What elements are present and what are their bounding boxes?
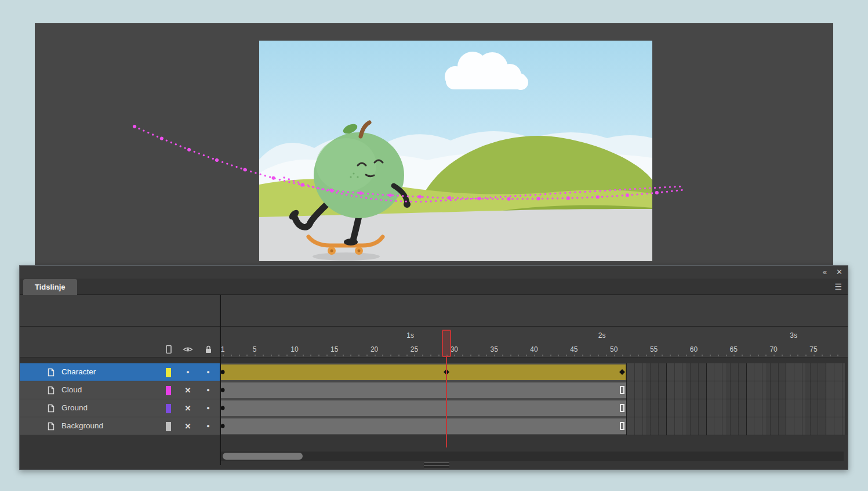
ruler-frame-label: 55	[650, 345, 658, 353]
layer-lock-toggle[interactable]: ●	[201, 363, 215, 381]
frames-row[interactable]	[220, 381, 626, 399]
ruler-tick	[726, 355, 727, 356]
keyframe-marker[interactable]	[620, 422, 624, 430]
ruler-tick	[805, 355, 807, 356]
layer-row-ground[interactable]: Ground ✕ ●	[20, 399, 220, 417]
ruler-tick	[470, 355, 471, 356]
ruler-tick	[670, 355, 671, 356]
stage-canvas[interactable]	[259, 41, 652, 261]
layer-row-character[interactable]: Character ● ●	[20, 363, 220, 381]
layer-name: Cloud	[61, 385, 82, 394]
ruler-tick	[318, 355, 319, 356]
eye-icon[interactable]	[183, 345, 193, 356]
keyframe-marker[interactable]	[221, 424, 225, 428]
ruler-tick	[638, 355, 639, 356]
ruler-tick	[398, 355, 400, 356]
playhead-line[interactable]	[446, 357, 447, 447]
tween-span[interactable]	[219, 364, 626, 380]
frame-span[interactable]	[219, 400, 626, 416]
keyframe-marker[interactable]	[620, 404, 624, 412]
lock-icon[interactable]	[204, 345, 213, 356]
keyframe-marker[interactable]	[221, 370, 225, 374]
ruler-tick	[486, 355, 487, 356]
ruler-tick	[598, 355, 599, 356]
layer-outline-swatch[interactable]	[166, 404, 171, 413]
empty-frames-grid[interactable]	[626, 363, 845, 435]
ruler-tick	[358, 355, 359, 356]
ruler-second-label: 2s	[598, 331, 606, 340]
ruler-tick	[382, 355, 383, 356]
resize-grip[interactable]	[424, 462, 449, 468]
panel-tab-row: Tidslinje ☰	[20, 279, 848, 295]
layer-outline-swatch[interactable]	[166, 386, 171, 395]
panel-divider[interactable]	[220, 295, 221, 465]
ruler-tick	[366, 355, 368, 356]
timeline-toolbar: 29 1.2 s 24.00 fps	[20, 295, 848, 327]
timeline-panel: « ✕ Tidslinje ☰ 29 1.2 s 24.00 fps	[19, 265, 848, 470]
ruler-tick	[246, 355, 248, 356]
ruler-tick	[733, 355, 735, 356]
collapse-panel-icon[interactable]: «	[823, 267, 827, 277]
keyframe-marker[interactable]	[221, 388, 225, 392]
layer-row-background[interactable]: Background ✕ ●	[20, 417, 220, 435]
frame-span[interactable]	[219, 382, 626, 398]
layer-outline-swatch[interactable]	[166, 368, 171, 377]
ruler-second-label: 3s	[790, 331, 797, 340]
ruler-tick	[797, 355, 798, 356]
layer-lock-toggle[interactable]: ●	[201, 381, 215, 399]
ruler-frame-label: 75	[809, 345, 817, 353]
layer-type-icon	[47, 386, 55, 396]
ruler-tick	[350, 355, 351, 356]
close-panel-icon[interactable]: ✕	[836, 267, 842, 277]
ruler-tick	[582, 355, 583, 356]
ruler-tick	[718, 355, 719, 356]
frames-row[interactable]	[220, 417, 626, 435]
ruler-tick	[837, 355, 838, 356]
layer-row-cloud[interactable]: Cloud ✕ ●	[20, 381, 220, 399]
ruler-tick	[813, 355, 815, 356]
ruler-tick	[750, 355, 751, 356]
ruler-tick	[271, 355, 272, 356]
layer-lock-toggle[interactable]: ●	[201, 417, 215, 435]
ruler-tick	[278, 355, 279, 356]
ruler-frame-label: 35	[490, 345, 497, 353]
ruler-tick	[662, 355, 663, 356]
frame-span[interactable]	[219, 418, 626, 434]
layer-type-icon	[47, 422, 55, 432]
frames-row[interactable]	[220, 363, 626, 381]
ruler-frame-label: 70	[769, 345, 777, 353]
timeline-scrollbar[interactable]	[220, 452, 844, 461]
layer-columns-header	[20, 327, 220, 358]
ruler-tick	[263, 355, 264, 356]
layer-visibility-toggle[interactable]: ✕	[181, 417, 195, 435]
outline-view-icon[interactable]	[165, 345, 172, 356]
panel-top-bar: « ✕	[20, 266, 848, 279]
layer-visibility-toggle[interactable]: ✕	[181, 399, 195, 417]
ruler-tick	[558, 355, 559, 356]
ruler-tick	[438, 355, 440, 356]
keyframe-marker[interactable]	[221, 406, 225, 410]
ruler-tick	[614, 355, 615, 356]
panel-menu-icon[interactable]: ☰	[834, 282, 842, 291]
ruler-tick	[693, 355, 695, 356]
ruler-tick	[678, 355, 679, 356]
character-shadow	[313, 252, 380, 261]
layer-visibility-toggle[interactable]: ✕	[181, 381, 195, 399]
layer-visibility-toggle[interactable]: ●	[181, 363, 195, 381]
ruler-tick	[295, 355, 296, 356]
keyframe-marker[interactable]	[620, 386, 624, 394]
layer-outline-swatch[interactable]	[166, 422, 171, 431]
ruler-tick	[286, 355, 288, 356]
scrollbar-thumb[interactable]	[223, 453, 303, 460]
ruler-tick	[590, 355, 591, 356]
ruler-tick	[502, 355, 503, 356]
ruler-tick	[830, 355, 831, 356]
ruler-tick	[478, 355, 480, 356]
playhead-marker[interactable]	[442, 330, 451, 357]
layer-lock-toggle[interactable]: ●	[201, 399, 215, 417]
tab-tidslinje[interactable]: Tidslinje	[23, 279, 77, 295]
ruler-frame-label: 25	[411, 345, 418, 353]
frames-row[interactable]	[220, 399, 626, 417]
ruler-tick	[534, 355, 535, 356]
ruler-tick	[550, 355, 551, 356]
